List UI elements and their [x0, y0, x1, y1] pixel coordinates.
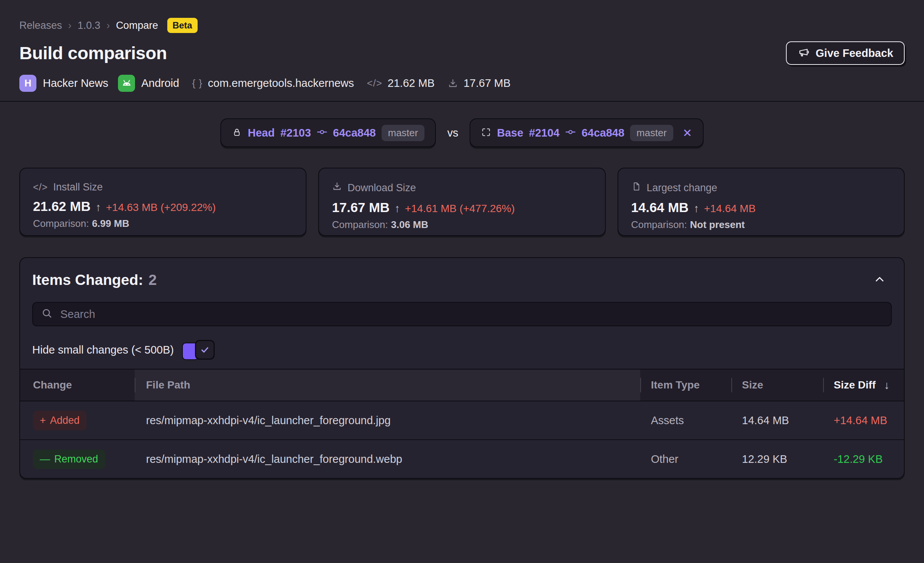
base-build-number: #2104: [529, 127, 560, 139]
stat-diff: +14.64 MB: [704, 203, 756, 215]
code-icon: </>: [367, 77, 382, 89]
hide-small-changes-checkbox[interactable]: [182, 340, 214, 360]
change-badge-removed: — Removed: [33, 450, 105, 469]
header-size-diff[interactable]: Size Diff ↓: [823, 370, 904, 401]
comparison-label: Comparison:: [631, 219, 687, 230]
hide-small-changes-row: Hide small changes (< 500B): [32, 340, 892, 360]
breadcrumb-releases[interactable]: Releases: [19, 20, 62, 31]
stat-label: Install Size: [53, 181, 103, 193]
scan-icon: [481, 127, 491, 139]
header-divider: [0, 101, 924, 102]
checkmark-icon: [195, 340, 215, 360]
table-row[interactable]: — Removed res/mipmap-xxhdpi-v4/ic_launch…: [20, 439, 904, 478]
download-size-value: 17.67 MB: [464, 77, 511, 90]
download-icon: [332, 181, 342, 194]
items-changed-table: Change File Path Item Type Size Size Dif…: [20, 369, 904, 478]
search-bar: [32, 302, 892, 326]
stats-row: </> Install Size 21.62 MB ↑ +14.63 MB (+…: [19, 168, 905, 236]
arrow-up-icon: ↑: [693, 202, 699, 215]
table-header: Change File Path Item Type Size Size Dif…: [20, 369, 904, 401]
change-badge-added: + Added: [33, 411, 86, 430]
breadcrumb: Releases › 1.0.3 › Compare Beta: [19, 18, 905, 33]
stat-value: 17.67 MB: [332, 200, 390, 215]
table-row[interactable]: + Added res/mipmap-xxhdpi-v4/ic_launcher…: [20, 401, 904, 439]
head-build-number: #2103: [280, 127, 311, 139]
search-icon: [41, 308, 53, 321]
commit-icon: [317, 127, 327, 139]
arrow-up-icon: ↑: [96, 201, 101, 214]
minus-icon: —: [40, 453, 50, 465]
package-meta: { } com.emergetools.hackernews: [192, 77, 354, 90]
install-size-meta: </> 21.62 MB: [367, 77, 435, 90]
build-comparison-page: Releases › 1.0.3 › Compare Beta Build co…: [0, 0, 924, 563]
megaphone-icon: [797, 47, 809, 59]
items-changed-count: 2: [149, 272, 157, 288]
base-commit: 64ca848: [581, 127, 624, 139]
header-size[interactable]: Size: [731, 370, 823, 401]
stat-label: Download Size: [347, 182, 416, 194]
comparison-value: 6.99 MB: [92, 218, 129, 229]
stat-label: Largest change: [647, 182, 717, 194]
header-item-type[interactable]: Item Type: [640, 370, 731, 401]
item-type-cell: Other: [640, 453, 731, 465]
install-size-card: </> Install Size 21.62 MB ↑ +14.63 MB (+…: [19, 168, 306, 236]
stat-diff: +14.63 MB (+209.22%): [106, 201, 216, 214]
head-branch-chip: master: [382, 125, 424, 141]
file-icon: [631, 181, 641, 194]
file-path-cell: res/mipmap-xxhdpi-v4/ic_launcher_foregro…: [135, 453, 640, 465]
compare-selector-row: Head #2103 64ca848 master vs Base #2104: [19, 118, 905, 147]
stat-diff: +14.61 MB (+477.26%): [405, 203, 515, 215]
items-changed-header: Items Changed:2: [20, 272, 904, 288]
give-feedback-button[interactable]: Give Feedback: [786, 41, 905, 65]
size-diff-cell: +14.64 MB: [823, 414, 904, 427]
header-file-path[interactable]: File Path: [135, 370, 640, 401]
head-build-pill[interactable]: Head #2103 64ca848 master: [220, 118, 436, 147]
chevron-right-icon: ›: [68, 20, 72, 31]
file-path-cell: res/mipmap-xxhdpi-v4/ic_launcher_foregro…: [135, 414, 640, 427]
chevron-right-icon: ›: [107, 20, 110, 31]
beta-badge: Beta: [167, 18, 198, 33]
arrow-up-icon: ↑: [394, 202, 400, 215]
hide-small-changes-label: Hide small changes (< 500B): [32, 344, 174, 356]
collapse-button[interactable]: [872, 272, 887, 288]
base-branch-chip: master: [630, 125, 673, 141]
size-cell: 14.64 MB: [731, 414, 823, 427]
size-diff-cell: -12.29 KB: [823, 453, 904, 465]
breadcrumb-version[interactable]: 1.0.3: [78, 20, 101, 31]
android-icon: [118, 75, 135, 92]
braces-icon: { }: [192, 77, 203, 89]
give-feedback-label: Give Feedback: [816, 47, 893, 60]
header-change[interactable]: Change: [20, 370, 135, 401]
platform-name: Android: [141, 77, 179, 90]
change-label: Added: [50, 415, 80, 426]
comparison-label: Comparison:: [33, 218, 89, 229]
lock-icon: [232, 127, 242, 139]
close-icon[interactable]: ✕: [683, 126, 692, 140]
title-row: Build comparison Give Feedback: [19, 41, 905, 65]
head-label: Head: [248, 127, 275, 139]
change-label: Removed: [54, 453, 98, 465]
comparison-value: 3.06 MB: [391, 219, 428, 230]
largest-change-card: Largest change 14.64 MB ↑ +14.64 MB Comp…: [618, 168, 905, 236]
install-size-value: 21.62 MB: [388, 77, 435, 90]
page-title: Build comparison: [19, 43, 167, 63]
comparison-value: Not present: [690, 219, 745, 230]
stat-value: 14.64 MB: [631, 200, 689, 215]
stat-value: 21.62 MB: [33, 199, 91, 214]
download-size-meta: 17.67 MB: [448, 77, 511, 90]
comparison-label: Comparison:: [332, 219, 388, 230]
app-avatar: H: [19, 75, 36, 92]
search-input[interactable]: [60, 308, 883, 321]
vs-label: vs: [447, 127, 458, 139]
app-info-row: H Hacker News Android { } com.emergetool…: [19, 75, 905, 92]
size-cell: 12.29 KB: [731, 453, 823, 465]
header-size-diff-label: Size Diff: [834, 379, 875, 391]
item-type-cell: Assets: [640, 414, 731, 427]
base-build-pill[interactable]: Base #2104 64ca848 master ✕: [470, 118, 704, 147]
package-name: com.emergetools.hackernews: [208, 77, 354, 90]
base-label: Base: [497, 127, 523, 139]
plus-icon: +: [40, 415, 46, 426]
breadcrumb-compare: Compare: [116, 20, 158, 31]
commit-icon: [565, 127, 576, 139]
download-icon: [448, 78, 458, 89]
